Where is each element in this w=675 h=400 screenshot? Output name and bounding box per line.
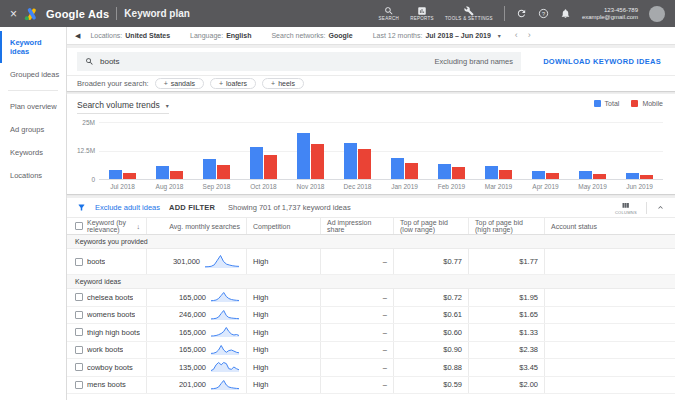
filter-icon[interactable] <box>77 203 86 212</box>
bar-mobile[interactable] <box>358 149 371 179</box>
bar-total[interactable] <box>579 171 592 179</box>
tools-settings-nav-button[interactable]: TOOLS & SETTINGS <box>445 6 493 22</box>
competition-cell: High <box>246 307 320 324</box>
bar-mobile[interactable] <box>170 171 183 179</box>
account-status-cell <box>544 249 675 274</box>
column-header-label: Account status <box>551 223 597 230</box>
reports-nav-button[interactable]: REPORTS <box>410 6 434 22</box>
date-range-pager: ‹ › <box>515 31 531 40</box>
bar-total[interactable] <box>626 173 639 179</box>
setting-locations[interactable]: Locations:United States <box>90 32 170 39</box>
avatar[interactable] <box>649 6 665 22</box>
help-icon[interactable]: ? <box>538 8 549 19</box>
keyword-search-input[interactable]: boots Excluding brand names <box>77 52 521 71</box>
search-nav-button[interactable]: SEARCH <box>379 6 400 22</box>
download-keyword-ideas-button[interactable]: DOWNLOAD KEYWORD IDEAS <box>543 57 661 66</box>
column-header-label: Avg. monthly searches <box>169 223 240 230</box>
row-checkbox[interactable] <box>75 311 83 319</box>
x-axis-label: May 2019 <box>569 183 616 190</box>
reports-icon <box>417 6 427 16</box>
sidebar-item-keyword-ideas[interactable]: Keyword ideas <box>0 31 66 63</box>
bar-total[interactable] <box>203 159 216 179</box>
bar-group-sep-2018 <box>193 122 240 179</box>
section-header-ideas: Keyword ideas <box>67 275 675 289</box>
bar-total[interactable] <box>156 166 169 179</box>
bar-total[interactable] <box>109 170 122 179</box>
top-of-page-bid-high-cell: $2.38 <box>468 342 544 359</box>
bar-total[interactable] <box>438 164 451 180</box>
next-period-icon[interactable]: › <box>528 31 531 40</box>
keyword-cell: work boots <box>67 342 146 359</box>
setting-last-12-months[interactable]: Last 12 months:Jul 2018 – Jun 2019▾ <box>373 32 501 39</box>
collapse-chevron-up-icon[interactable] <box>656 203 665 212</box>
setting-language[interactable]: Language:English <box>190 32 251 39</box>
legend-swatch <box>594 100 601 107</box>
bar-mobile[interactable] <box>405 163 418 179</box>
sidebar-item-ad-groups[interactable]: Ad groups <box>0 118 66 141</box>
trend-sparkline <box>210 291 240 303</box>
x-axis-label: Aug 2018 <box>146 183 193 190</box>
plus-icon: + <box>164 80 168 87</box>
bar-total[interactable] <box>344 143 357 179</box>
sidebar-item-locations[interactable]: Locations <box>0 164 66 187</box>
bar-mobile[interactable] <box>311 144 324 179</box>
bar-total[interactable] <box>297 133 310 179</box>
row-checkbox[interactable] <box>75 258 83 266</box>
account-status-cell <box>544 307 675 324</box>
bar-total[interactable] <box>250 147 263 179</box>
row-checkbox[interactable] <box>75 346 83 354</box>
x-axis-label: Sep 2018 <box>193 183 240 190</box>
add-filter-button[interactable]: ADD FILTER <box>169 203 215 212</box>
bar-mobile[interactable] <box>123 173 136 179</box>
brand-exclusion-note: Excluding brand names <box>435 57 513 66</box>
broaden-chip-loafers[interactable]: +loafers <box>210 78 256 89</box>
account-info[interactable]: 123-456-789 example@gmail.com <box>582 7 638 21</box>
row-checkbox[interactable] <box>75 328 83 336</box>
sidebar-item-grouped-ideas[interactable]: Grouped ideas <box>0 63 66 86</box>
legend-item-mobile[interactable]: Mobile <box>631 100 663 107</box>
exclude-adult-ideas-link[interactable]: Exclude adult ideas <box>95 203 160 212</box>
bar-mobile[interactable] <box>217 165 230 179</box>
notifications-bell-icon[interactable] <box>560 8 571 19</box>
select-all-checkbox[interactable] <box>75 222 83 230</box>
bar-total[interactable] <box>532 171 545 179</box>
broaden-chips: +sandals+loafers+heels <box>155 78 304 89</box>
account-id: 123-456-789 <box>582 7 638 14</box>
filter-bar-right: COLUMNS <box>615 201 665 215</box>
plan-settings-bar: ◀ Locations:United StatesLanguage:Englis… <box>67 27 675 45</box>
sort-descending-icon[interactable]: ↓ <box>137 223 141 230</box>
collapse-panel-icon[interactable]: ◀ <box>75 32 80 40</box>
setting-value: English <box>226 32 251 39</box>
sidebar-item-keywords[interactable]: Keywords <box>0 141 66 164</box>
setting-search-networks[interactable]: Search networks:Google <box>271 32 352 39</box>
divider <box>646 202 647 214</box>
columns-button[interactable]: COLUMNS <box>615 201 637 215</box>
prev-period-icon[interactable]: ‹ <box>515 31 518 40</box>
legend-item-total[interactable]: Total <box>594 100 620 107</box>
chart-title-dropdown[interactable]: Search volume trends▾ <box>77 100 169 114</box>
close-icon[interactable]: × <box>10 8 17 20</box>
top-of-page-bid-low-cell: $0.60 <box>393 324 468 341</box>
keyword-text: work boots <box>87 345 123 354</box>
refresh-icon[interactable] <box>516 8 527 19</box>
broaden-chip-sandals[interactable]: +sandals <box>155 78 204 89</box>
row-checkbox[interactable] <box>75 381 83 389</box>
bar-mobile[interactable] <box>640 175 653 179</box>
account-status-cell <box>544 377 675 394</box>
bar-total[interactable] <box>391 158 404 179</box>
bar-total[interactable] <box>485 166 498 179</box>
row-checkbox[interactable] <box>75 293 83 301</box>
broaden-chip-heels[interactable]: +heels <box>262 78 304 89</box>
sidebar-item-plan-overview[interactable]: Plan overview <box>0 95 66 118</box>
competition-cell: High <box>246 289 320 306</box>
bar-mobile[interactable] <box>499 170 512 179</box>
top-of-page-bid-high-cell: $1.77 <box>468 249 544 274</box>
bar-mobile[interactable] <box>264 155 277 179</box>
keyword-text: cowboy boots <box>87 363 133 372</box>
competition-cell: High <box>246 359 320 376</box>
bar-mobile[interactable] <box>593 174 606 179</box>
chart-plot-area: 25M 12.5M 0 <box>77 122 663 180</box>
bar-mobile[interactable] <box>546 173 559 179</box>
row-checkbox[interactable] <box>75 363 83 371</box>
bar-mobile[interactable] <box>452 167 465 179</box>
